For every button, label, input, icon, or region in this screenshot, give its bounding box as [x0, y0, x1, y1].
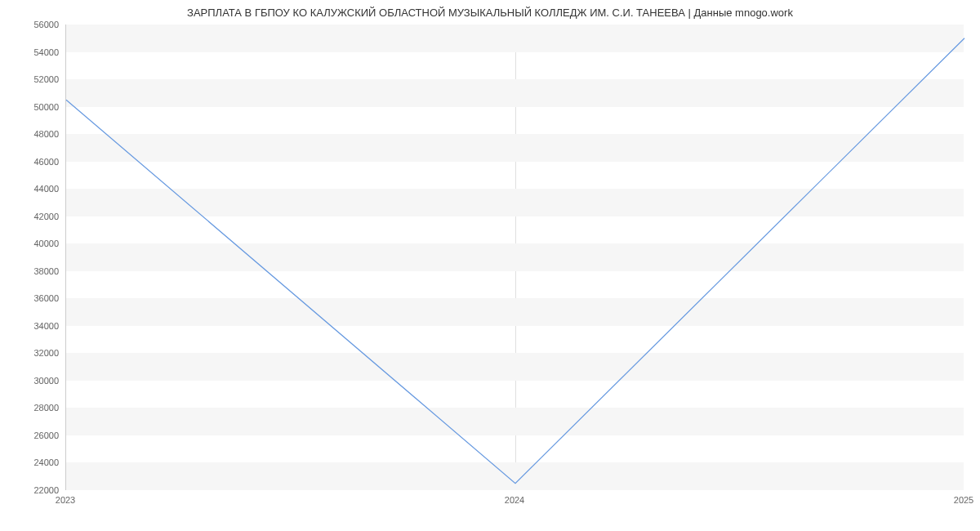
- series-path: [66, 38, 964, 484]
- line-series: [66, 25, 964, 490]
- y-tick-label: 54000: [33, 47, 59, 57]
- chart-area: 2200024000260002800030000320003400036000…: [0, 25, 980, 515]
- y-tick-label: 26000: [33, 431, 59, 440]
- y-tick-label: 34000: [33, 321, 59, 331]
- y-tick-label: 28000: [33, 403, 59, 413]
- y-tick-label: 42000: [33, 212, 59, 221]
- x-axis: 202320242025: [65, 490, 964, 515]
- y-tick-label: 32000: [33, 348, 59, 358]
- y-tick-label: 52000: [33, 74, 59, 84]
- x-tick-label: 2024: [505, 495, 524, 505]
- chart-title: ЗАРПЛАТА В ГБПОУ КО КАЛУЖСКИЙ ОБЛАСТНОЙ …: [0, 0, 980, 22]
- y-tick-label: 40000: [33, 239, 59, 248]
- y-tick-label: 50000: [33, 102, 59, 112]
- x-tick-label: 2023: [56, 495, 75, 505]
- y-tick-label: 36000: [33, 293, 59, 303]
- y-tick-label: 30000: [33, 376, 59, 386]
- plot-area: [65, 25, 964, 490]
- y-tick-label: 24000: [33, 457, 59, 467]
- y-tick-label: 48000: [33, 129, 59, 139]
- y-tick-label: 46000: [33, 157, 59, 167]
- y-tick-label: 22000: [33, 485, 59, 495]
- x-tick-label: 2025: [954, 495, 973, 505]
- y-tick-label: 56000: [33, 20, 59, 29]
- y-axis: 2200024000260002800030000320003400036000…: [0, 25, 65, 490]
- y-tick-label: 44000: [33, 184, 59, 194]
- y-tick-label: 38000: [33, 266, 59, 276]
